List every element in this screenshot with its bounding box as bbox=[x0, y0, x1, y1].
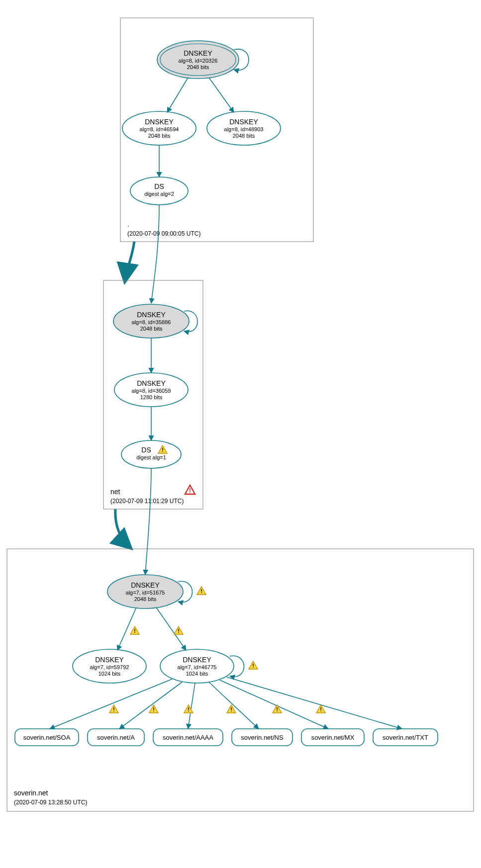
edge-sovksk-zsk2 bbox=[156, 608, 186, 650]
svg-text:!: ! bbox=[188, 706, 190, 712]
zone-net-name: net bbox=[110, 488, 120, 496]
svg-text:DNSKEY: DNSKEY bbox=[137, 379, 166, 387]
edge-rootds-netksk bbox=[151, 205, 159, 303]
svg-text:!: ! bbox=[162, 447, 164, 453]
svg-text:digest alg=1: digest alg=1 bbox=[136, 454, 166, 460]
warning-icon-sovksk-self: ! bbox=[197, 587, 206, 595]
node-sov-ksk: DNSKEY alg=7, id=51675 2048 bits bbox=[107, 575, 183, 608]
edge-rootksk-zsk1 bbox=[167, 78, 188, 112]
node-root-zsk2: DNSKEY alg=8, id=48903 2048 bits bbox=[207, 111, 281, 145]
zone-soverin-timestamp: (2020-07-09 13:28:50 UTC) bbox=[14, 799, 87, 806]
svg-text:digest alg=2: digest alg=2 bbox=[144, 191, 174, 197]
svg-text:2048 bits: 2048 bits bbox=[134, 596, 157, 602]
svg-text:!: ! bbox=[320, 706, 322, 712]
zone-root: . (2020-07-09 09:00:05 UTC) DNSKEY alg=8… bbox=[120, 18, 313, 242]
svg-text:soverin.net/A: soverin.net/A bbox=[97, 734, 135, 741]
svg-text:DNSKEY: DNSKEY bbox=[95, 656, 124, 664]
svg-text:2048 bits: 2048 bits bbox=[187, 64, 209, 70]
svg-text:soverin.net/AAAA: soverin.net/AAAA bbox=[163, 734, 213, 741]
svg-text:soverin.net/SOA: soverin.net/SOA bbox=[23, 734, 71, 741]
node-sov-zsk2: DNSKEY alg=7, id=46775 1024 bits bbox=[160, 649, 234, 683]
svg-text:!: ! bbox=[252, 663, 254, 669]
svg-text:DNSKEY: DNSKEY bbox=[131, 581, 160, 589]
edge-root-to-net bbox=[125, 242, 134, 278]
warning-icon-edge-soa: ! bbox=[109, 705, 118, 713]
node-sov-zsk1: DNSKEY alg=7, id=59792 1024 bits bbox=[73, 649, 146, 683]
rrset-mx: soverin.net/MX bbox=[301, 729, 364, 746]
svg-text:!: ! bbox=[178, 628, 180, 634]
rrset-txt: soverin.net/TXT bbox=[373, 729, 438, 746]
node-net-ksk: DNSKEY alg=8, id=35886 2048 bits bbox=[113, 304, 189, 338]
rrset-soa: soverin.net/SOA bbox=[15, 729, 79, 746]
svg-text:!: ! bbox=[200, 588, 202, 594]
svg-text:!: ! bbox=[134, 628, 136, 634]
warning-icon-sovzsk2-self: ! bbox=[249, 661, 258, 669]
edge-net-to-soverin bbox=[115, 509, 128, 546]
warning-icon-edge-a: ! bbox=[149, 705, 158, 713]
svg-text:1024 bits: 1024 bits bbox=[186, 671, 208, 677]
edge-zsk2-a bbox=[119, 682, 182, 729]
svg-text:DS: DS bbox=[141, 446, 151, 454]
svg-text:alg=7, id=46775: alg=7, id=46775 bbox=[178, 664, 217, 670]
svg-text:soverin.net/TXT: soverin.net/TXT bbox=[383, 734, 428, 741]
rrset-a: soverin.net/A bbox=[88, 729, 144, 746]
svg-text:DNSKEY: DNSKEY bbox=[137, 311, 166, 319]
svg-text:alg=8, id=35886: alg=8, id=35886 bbox=[132, 319, 171, 325]
zone-soverin: soverin.net (2020-07-09 13:28:50 UTC) DN… bbox=[7, 549, 474, 811]
svg-text:alg=8, id=46594: alg=8, id=46594 bbox=[140, 126, 179, 132]
svg-text:DNSKEY: DNSKEY bbox=[183, 656, 211, 664]
node-net-ds: DS digest alg=1 bbox=[121, 440, 181, 468]
node-root-zsk1: DNSKEY alg=8, id=46594 2048 bits bbox=[122, 111, 196, 145]
svg-text:soverin.net/NS: soverin.net/NS bbox=[241, 734, 284, 741]
svg-rect-31 bbox=[7, 549, 474, 811]
svg-text:alg=8, id=48903: alg=8, id=48903 bbox=[224, 126, 264, 132]
node-root-ksk: DNSKEY alg=8, id=20326 2048 bits bbox=[157, 41, 239, 79]
svg-text:!: ! bbox=[113, 706, 115, 712]
svg-text:!: ! bbox=[230, 706, 232, 712]
zone-root-timestamp: (2020-07-09 09:00:05 UTC) bbox=[127, 230, 200, 237]
node-net-zsk: DNSKEY alg=8, id=36059 1280 bits bbox=[114, 373, 188, 407]
svg-text:DS: DS bbox=[154, 182, 164, 190]
edge-zsk2-ns bbox=[209, 682, 259, 729]
svg-text:alg=8, id=36059: alg=8, id=36059 bbox=[132, 388, 171, 394]
warning-icon-sovksk-zsk1: ! bbox=[130, 626, 139, 634]
warning-icon-edge-mx: ! bbox=[273, 705, 282, 713]
svg-text:!: ! bbox=[153, 706, 155, 712]
svg-text:alg=7, id=51675: alg=7, id=51675 bbox=[126, 590, 165, 596]
edge-zsk2-mx bbox=[220, 680, 328, 729]
svg-text:!: ! bbox=[276, 706, 278, 712]
svg-text:soverin.net/MX: soverin.net/MX bbox=[311, 734, 355, 741]
svg-text:DNSKEY: DNSKEY bbox=[229, 118, 258, 126]
svg-text:2048 bits: 2048 bits bbox=[140, 326, 163, 332]
svg-text:2048 bits: 2048 bits bbox=[233, 133, 255, 139]
svg-text:alg=8, id=20326: alg=8, id=20326 bbox=[179, 58, 218, 64]
node-root-ds: DS digest alg=2 bbox=[130, 177, 188, 205]
dnssec-diagram: . (2020-07-09 09:00:05 UTC) DNSKEY alg=8… bbox=[0, 0, 481, 868]
edge-rootksk-zsk2 bbox=[209, 78, 234, 112]
zone-net: net (2020-07-09 11:01:29 UTC) ! DNSKEY a… bbox=[103, 280, 203, 509]
svg-text:2048 bits: 2048 bits bbox=[148, 133, 171, 139]
svg-text:!: ! bbox=[189, 487, 191, 494]
error-icon-net: ! bbox=[185, 485, 195, 494]
zone-soverin-name: soverin.net bbox=[14, 789, 48, 797]
svg-text:alg=7, id=59792: alg=7, id=59792 bbox=[90, 664, 129, 670]
svg-text:1024 bits: 1024 bits bbox=[98, 671, 121, 677]
svg-text:DNSKEY: DNSKEY bbox=[145, 118, 174, 126]
rrset-aaaa: soverin.net/AAAA bbox=[153, 729, 223, 746]
zone-net-timestamp: (2020-07-09 11:01:29 UTC) bbox=[110, 498, 184, 505]
edge-zsk2-txt bbox=[227, 677, 402, 729]
rrset-ns: soverin.net/NS bbox=[232, 729, 292, 746]
edge-zsk2-soa bbox=[50, 679, 172, 729]
svg-text:DNSKEY: DNSKEY bbox=[184, 49, 212, 57]
svg-text:1280 bits: 1280 bits bbox=[140, 394, 163, 400]
edge-netds-sovksk bbox=[145, 468, 151, 575]
warning-icon-sovksk-zsk2: ! bbox=[174, 626, 183, 634]
zone-root-name: . bbox=[127, 220, 129, 228]
